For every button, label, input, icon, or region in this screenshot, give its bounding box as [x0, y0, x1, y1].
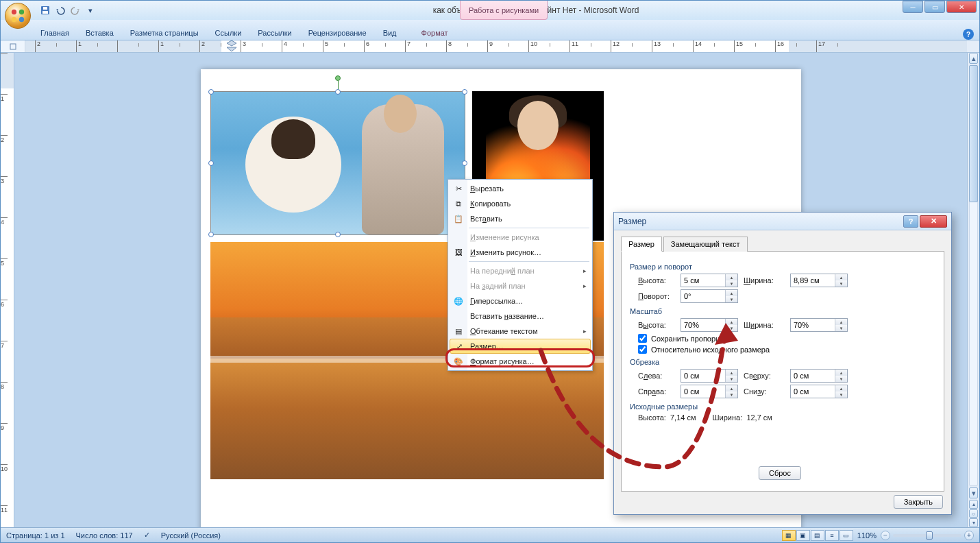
ruler-row: 211234567891011121314151617 — [1, 40, 979, 53]
ctx-format-picture[interactable]: 🎨Формат рисунка… — [450, 354, 591, 369]
picture-selected[interactable] — [210, 91, 465, 235]
orig-height-value: 7,14 см — [670, 413, 696, 422]
crop-right-input[interactable] — [681, 385, 725, 398]
width-spinner[interactable]: ▲▼ — [790, 274, 848, 287]
svg-marker-8 — [227, 40, 236, 46]
tab-insert[interactable]: Вставка — [77, 26, 122, 40]
ruler-toggle[interactable] — [1, 40, 25, 52]
undo-icon[interactable] — [54, 4, 66, 16]
resize-handle[interactable] — [208, 232, 214, 237]
dialog-tab-alt-text[interactable]: Замещающий текст — [663, 237, 748, 252]
ctx-cut[interactable]: ✂Вырезать — [450, 181, 591, 196]
scale-width-input[interactable] — [791, 319, 835, 331]
crop-bottom-input[interactable] — [791, 385, 835, 398]
tab-home[interactable]: Главная — [32, 26, 77, 40]
width-input[interactable] — [791, 274, 835, 287]
status-language[interactable]: Русский (Россия) — [161, 531, 221, 540]
height-label: Высота: — [638, 276, 675, 285]
crop-left-input[interactable] — [681, 370, 725, 382]
lock-aspect-checkbox[interactable] — [638, 334, 647, 343]
crop-bottom-label: Снизу: — [744, 387, 785, 396]
reset-button[interactable]: Сброс — [759, 466, 801, 480]
prev-page-button[interactable]: ▴ — [969, 500, 978, 509]
minimize-button[interactable]: ─ — [903, 1, 923, 13]
orig-width-value: 12,7 см — [746, 413, 772, 422]
vertical-ruler[interactable]: 1234567891011 — [1, 53, 14, 527]
crop-bottom-spinner[interactable]: ▲▼ — [790, 385, 848, 398]
view-web-layout[interactable]: ▤ — [811, 530, 824, 541]
vertical-scrollbar[interactable]: ▴ ▾ ▴○▾ — [967, 53, 979, 527]
view-outline[interactable]: ≡ — [825, 530, 839, 541]
redo-icon[interactable] — [69, 4, 82, 16]
scale-width-spinner[interactable]: ▲▼ — [790, 318, 848, 332]
ctx-text-wrap[interactable]: ▤Обтекание текстом▸ — [450, 324, 591, 339]
tab-format[interactable]: Формат — [413, 26, 456, 40]
dialog-titlebar[interactable]: Размер ? ✕ — [614, 213, 951, 230]
resize-handle[interactable] — [208, 89, 214, 95]
scale-width-label: Ширина: — [744, 321, 785, 329]
relative-original-checkbox[interactable] — [638, 345, 647, 354]
view-draft[interactable]: ▭ — [840, 530, 853, 541]
resize-handle[interactable] — [335, 89, 341, 95]
tab-view[interactable]: Вид — [375, 26, 405, 40]
ctx-hyperlink[interactable]: 🌐Гиперссылка… — [450, 293, 591, 309]
save-icon[interactable] — [39, 4, 51, 16]
dialog-tab-size[interactable]: Размер — [621, 237, 662, 252]
height-input[interactable] — [681, 274, 725, 287]
status-page[interactable]: Страница: 1 из 1 — [6, 531, 65, 540]
status-spellcheck-icon[interactable]: ✓ — [144, 531, 150, 540]
close-button[interactable]: ✕ — [946, 1, 977, 13]
ctx-insert-caption[interactable]: Вставить название… — [450, 309, 591, 324]
titlebar: ▾ как объединять картинки в Пэйнт Нет - … — [1, 1, 979, 20]
zoom-in-button[interactable]: + — [964, 531, 974, 540]
ctx-paste[interactable]: 📋Вставить — [450, 211, 591, 226]
maximize-button[interactable]: ▭ — [924, 1, 945, 13]
zoom-track[interactable] — [893, 534, 961, 537]
ctx-copy[interactable]: ⧉Копировать — [450, 196, 591, 211]
dialog-close-btn[interactable]: Закрыть — [894, 495, 943, 509]
ctx-size[interactable]: ⤢Размер… — [450, 339, 591, 354]
scale-height-spinner[interactable]: ▲▼ — [681, 318, 738, 332]
zoom-out-button[interactable]: − — [881, 531, 890, 540]
group-size-rotation: Размер и поворот — [630, 263, 935, 271]
scroll-up-button[interactable]: ▴ — [969, 53, 978, 64]
next-page-button[interactable]: ▾ — [969, 518, 978, 527]
scroll-thumb[interactable] — [969, 65, 978, 202]
crop-top-spinner[interactable]: ▲▼ — [790, 369, 848, 383]
dialog-close-button[interactable]: ✕ — [920, 215, 947, 228]
rotation-spinner[interactable]: ▲▼ — [681, 289, 738, 303]
office-button[interactable] — [5, 3, 31, 29]
scroll-down-button[interactable]: ▾ — [969, 487, 978, 498]
app-window: ▾ как объединять картинки в Пэйнт Нет - … — [0, 0, 980, 543]
height-spinner[interactable]: ▲▼ — [681, 274, 738, 287]
cut-icon: ✂ — [452, 182, 465, 195]
tab-references[interactable]: Ссылки — [207, 26, 250, 40]
zoom-level[interactable]: 110% — [857, 531, 877, 540]
resize-handle[interactable] — [208, 160, 214, 166]
horizontal-ruler[interactable]: 211234567891011121314151617 — [25, 40, 967, 52]
crop-right-spinner[interactable]: ▲▼ — [681, 385, 738, 398]
tab-mailings[interactable]: Рассылки — [249, 26, 299, 40]
tab-review[interactable]: Рецензирование — [300, 26, 375, 40]
rotation-input[interactable] — [681, 290, 725, 302]
view-full-screen[interactable]: ▣ — [796, 530, 810, 541]
browse-object-button[interactable]: ○ — [969, 509, 978, 518]
crop-left-spinner[interactable]: ▲▼ — [681, 369, 738, 383]
tab-page-layout[interactable]: Разметка страницы — [122, 26, 207, 40]
dialog-help-button[interactable]: ? — [903, 215, 918, 228]
help-button[interactable]: ? — [963, 29, 974, 40]
resize-handle[interactable] — [335, 232, 341, 237]
crop-top-input[interactable] — [791, 370, 835, 382]
qat-dropdown-icon[interactable]: ▾ — [84, 4, 97, 16]
resize-handle[interactable] — [462, 89, 467, 95]
resize-handle[interactable] — [462, 160, 467, 166]
status-words[interactable]: Число слов: 117 — [76, 531, 133, 540]
ctx-change-picture[interactable]: 🖼Изменить рисунок… — [450, 245, 591, 260]
rotation-label: Поворот: — [638, 292, 675, 300]
ruler-indent-marker[interactable] — [227, 40, 236, 52]
scale-height-input[interactable] — [681, 319, 725, 331]
view-print-layout[interactable]: ▦ — [782, 530, 796, 541]
group-scale: Масштаб — [630, 307, 935, 315]
rotation-handle[interactable] — [335, 75, 341, 81]
zoom-thumb[interactable] — [926, 531, 933, 540]
